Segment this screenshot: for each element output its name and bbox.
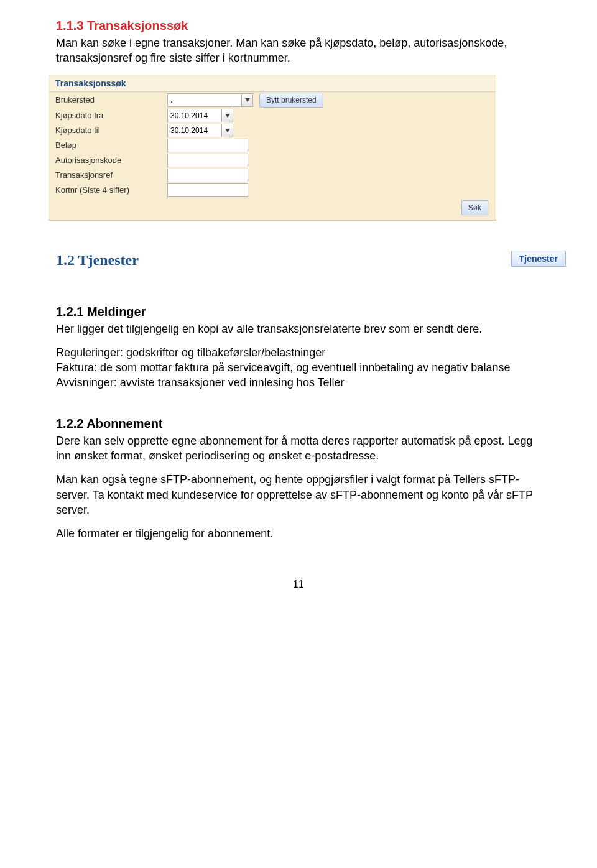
search-row-field xyxy=(167,154,248,167)
search-row-label: Kjøpsdato fra xyxy=(55,111,167,120)
search-row: Autorisasjonskode xyxy=(49,153,496,168)
search-row-field xyxy=(167,169,248,182)
search-input[interactable] xyxy=(167,139,248,152)
search-panel-title: Transaksjonssøk xyxy=(49,75,496,92)
search-row-label: Transaksjonsref xyxy=(55,170,167,180)
search-row: Transaksjonsref xyxy=(49,168,496,183)
chevron-down-icon[interactable] xyxy=(222,124,233,137)
search-row: Beløp xyxy=(49,138,496,153)
text-1-1-3: Man kan søke i egne transaksjoner. Man k… xyxy=(56,35,541,66)
text-1-2-1-p4: Avvisninger: avviste transaksjoner ved i… xyxy=(56,375,541,390)
search-row-label: Kortnr (Siste 4 siffer) xyxy=(55,185,167,195)
search-row-field xyxy=(167,109,233,122)
search-input[interactable] xyxy=(167,93,242,107)
search-row: BrukerstedBytt brukersted xyxy=(49,92,496,108)
text-1-2-1-p2: Reguleringer: godskrifter og tilbakeførs… xyxy=(56,345,541,360)
search-input[interactable] xyxy=(167,109,222,122)
heading-1-1-3: 1.1.3 Transaksjonssøk xyxy=(56,19,541,33)
search-row: Kjøpsdato fra xyxy=(49,108,496,123)
tjenester-row: 1.2 Tjenester Tjenester xyxy=(56,252,541,274)
text-1-2-2-p3: Alle formater er tilgjengelig for abonne… xyxy=(56,526,541,541)
text-1-2-1-p1: Her ligger det tilgjengelig en kopi av a… xyxy=(56,321,541,336)
text-1-2-1-p3: Faktura: de som mottar faktura på servic… xyxy=(56,360,541,375)
search-row-label: Beløp xyxy=(55,141,167,150)
heading-1-2: 1.2 Tjenester xyxy=(56,252,139,269)
heading-1-2-2: 1.2.2 Abonnement xyxy=(56,417,541,431)
text-1-2-2-p2: Man kan også tegne sFTP-abonnement, og h… xyxy=(56,472,541,517)
search-input[interactable] xyxy=(167,183,248,197)
search-row-field xyxy=(167,139,248,152)
page-number: 11 xyxy=(56,579,541,590)
search-row-label: Brukersted xyxy=(55,95,167,104)
search-row-field xyxy=(167,93,253,107)
search-row-field xyxy=(167,183,248,197)
search-row: Kortnr (Siste 4 siffer) xyxy=(49,183,496,198)
chevron-down-icon[interactable] xyxy=(222,109,233,122)
bytt-brukersted-button[interactable]: Bytt brukersted xyxy=(259,93,323,108)
tjenester-tab[interactable]: Tjenester xyxy=(511,251,566,267)
search-input[interactable] xyxy=(167,169,248,182)
chevron-down-icon[interactable] xyxy=(242,93,253,107)
search-input[interactable] xyxy=(167,124,222,137)
search-row-label: Autorisasjonskode xyxy=(55,155,167,165)
sok-button[interactable]: Søk xyxy=(461,200,488,215)
search-row-label: Kjøpsdato til xyxy=(55,126,167,135)
heading-1-2-1: 1.2.1 Meldinger xyxy=(56,305,541,319)
search-input[interactable] xyxy=(167,154,248,167)
search-panel: Transaksjonssøk BrukerstedBytt brukerste… xyxy=(49,75,496,221)
search-row-field xyxy=(167,124,233,137)
search-panel-footer: Søk xyxy=(49,198,496,215)
search-row: Kjøpsdato til xyxy=(49,123,496,138)
text-1-2-2-p1: Dere kan selv opprette egne abonnement f… xyxy=(56,433,541,464)
